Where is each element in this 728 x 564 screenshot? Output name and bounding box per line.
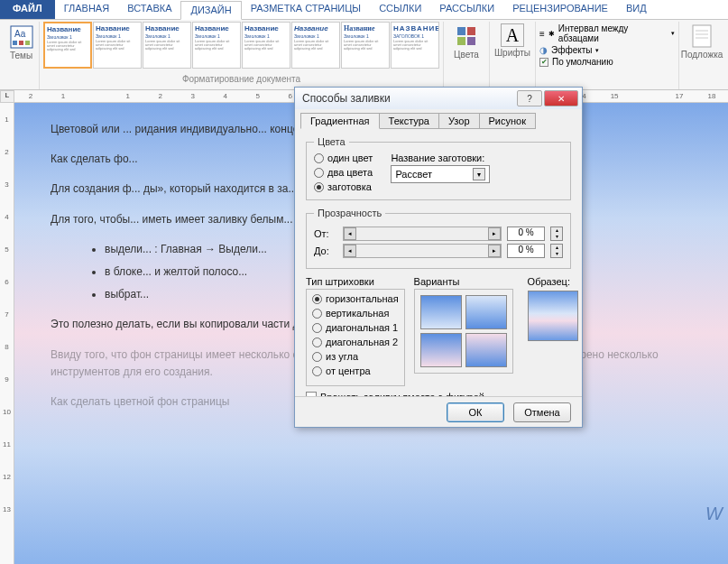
tab-insert[interactable]: ВСТАВКА	[118, 0, 180, 19]
radio-diagonal-2[interactable]: диагональная 2	[312, 337, 399, 347]
paragraph-spacing-button[interactable]: ≡✱Интервал между абзацами▾	[539, 23, 675, 43]
svg-rect-9	[693, 25, 711, 47]
style-thumb[interactable]: НАЗВАНИЕЗАГОЛОВОК 1Lorem ipsum dolor sit…	[391, 22, 439, 69]
style-thumb[interactable]: НазваниеЗаголовок 1Lorem ipsum dolor sit…	[192, 22, 241, 69]
style-thumb[interactable]: НазваниеЗаголовок 1Lorem ipsum dolor sit…	[341, 22, 390, 69]
document-styles-gallery[interactable]: НазваниеЗаголовок 1Lorem ipsum dolor sit…	[43, 22, 439, 72]
variants-legend: Варианты	[414, 276, 513, 287]
variant-3[interactable]	[420, 333, 462, 367]
fill-effects-dialog: Способы заливки ? ✕ Градиентная Текстура…	[294, 87, 583, 428]
tab-review[interactable]: РЕЦЕНЗИРОВАНИЕ	[503, 0, 617, 19]
tab-layout[interactable]: РАЗМЕТКА СТРАНИЦЫ	[242, 0, 370, 19]
tab-design[interactable]: ДИЗАЙН	[180, 1, 241, 20]
radio-horizontal[interactable]: горизонтальная	[312, 293, 399, 304]
style-thumb[interactable]: НазваниеЗаголовок 1Lorem ipsum dolor sit…	[242, 22, 290, 69]
tab-texture[interactable]: Текстура	[379, 113, 439, 129]
group-caption: Форматирование документа	[182, 74, 300, 84]
fonts-button[interactable]: А Шрифты	[493, 22, 531, 72]
svg-rect-5	[457, 27, 465, 35]
ruler-corner: L	[0, 90, 14, 103]
radio-one-color[interactable]: один цвет	[314, 153, 373, 163]
themes-icon: Aa	[9, 24, 34, 50]
watermark-letter: W	[705, 499, 723, 528]
to-value[interactable]: 0 %	[507, 244, 545, 258]
svg-text:Aa: Aa	[14, 29, 26, 39]
svg-rect-2	[13, 41, 17, 45]
variant-4[interactable]	[465, 333, 507, 367]
set-default-button[interactable]: ✔По умолчанию	[539, 57, 675, 67]
ribbon-tabs: ФАЙЛ ГЛАВНАЯ ВСТАВКА ДИЗАЙН РАЗМЕТКА СТР…	[0, 0, 728, 20]
to-label: До:	[314, 245, 337, 256]
tab-references[interactable]: ССЫЛКИ	[370, 0, 430, 19]
fonts-icon: А	[501, 23, 524, 47]
tab-gradient[interactable]: Градиентная	[300, 113, 380, 129]
radio-from-corner[interactable]: из угла	[312, 351, 399, 362]
colors-icon	[454, 23, 479, 49]
themes-label: Темы	[10, 51, 32, 60]
watermark-icon	[689, 23, 714, 49]
cancel-button[interactable]: Отмена	[513, 402, 571, 422]
svg-rect-6	[467, 27, 475, 35]
tab-file[interactable]: ФАЙЛ	[0, 0, 55, 19]
from-value[interactable]: 0 %	[507, 227, 545, 241]
variants-grid	[414, 289, 513, 374]
tab-mailings[interactable]: РАССЫЛКИ	[430, 0, 503, 19]
svg-rect-8	[467, 37, 475, 45]
colors-button[interactable]: Цвета	[447, 22, 485, 72]
tab-picture[interactable]: Рисунок	[479, 113, 537, 129]
shading-legend: Тип штриховки	[306, 276, 405, 287]
close-button[interactable]: ✕	[544, 90, 578, 106]
style-thumb[interactable]: НазваниеЗаголовок 1Lorem ipsum dolor sit…	[43, 22, 92, 69]
svg-rect-4	[25, 41, 30, 45]
radio-preset[interactable]: заготовка	[314, 181, 373, 192]
dialog-title: Способы заливки	[302, 92, 391, 105]
preset-select[interactable]: Рассвет ▾	[391, 165, 490, 183]
style-thumb[interactable]: НазваниеЗаголовок 1Lorem ipsum dolor sit…	[143, 22, 191, 69]
sample-preview	[528, 291, 578, 341]
tab-home[interactable]: ГЛАВНАЯ	[55, 0, 118, 19]
colors-group: Цвета один цвет два цвета заготовка Назв…	[306, 136, 571, 200]
effects-button[interactable]: ◑Эффекты▾	[539, 45, 675, 55]
check-icon: ✔	[539, 58, 548, 67]
dialog-titlebar[interactable]: Способы заливки ? ✕	[295, 88, 582, 109]
from-label: От:	[314, 228, 337, 239]
style-thumb[interactable]: НазваниеЗаголовок 1Lorem ipsum dolor sit…	[93, 22, 142, 69]
svg-rect-3	[19, 41, 23, 45]
variant-1[interactable]	[420, 295, 462, 329]
from-spinner[interactable]: ▴▾	[550, 227, 563, 241]
themes-button[interactable]: Aa Темы	[6, 22, 37, 72]
dialog-tabs: Градиентная Текстура Узор Рисунок	[295, 109, 582, 129]
para-spacing-icon: ≡	[539, 29, 545, 39]
chevron-down-icon: ▾	[473, 168, 485, 180]
preset-label: Название заготовки:	[391, 153, 490, 163]
style-thumb[interactable]: НазваниеЗаголовок 1Lorem ipsum dolor sit…	[291, 22, 340, 69]
transparency-group: Прозрачность От: ◂▸ 0 % ▴▾ До: ◂▸ 0 % ▴▾	[306, 208, 571, 269]
watermark-button[interactable]: Подложка	[683, 22, 721, 72]
tab-pattern[interactable]: Узор	[438, 113, 480, 129]
radio-two-colors[interactable]: два цвета	[314, 167, 373, 178]
radio-from-center[interactable]: от центра	[312, 365, 399, 376]
from-slider[interactable]: ◂▸	[343, 227, 502, 241]
radio-vertical[interactable]: вертикальная	[312, 308, 399, 319]
effects-icon: ◑	[539, 45, 548, 55]
vertical-ruler[interactable]: 12345678910111213	[0, 103, 14, 564]
help-button[interactable]: ?	[517, 90, 542, 106]
ok-button[interactable]: ОК	[447, 402, 504, 422]
svg-rect-7	[457, 37, 465, 45]
to-slider[interactable]: ◂▸	[343, 244, 502, 258]
to-spinner[interactable]: ▴▾	[550, 244, 563, 258]
ribbon: Aa Темы НазваниеЗаголовок 1Lorem ipsum d…	[0, 20, 728, 90]
sample-legend: Образец:	[528, 276, 578, 287]
radio-diagonal-1[interactable]: диагональная 1	[312, 322, 399, 333]
variant-2[interactable]	[465, 295, 507, 329]
tab-view[interactable]: ВИД	[617, 0, 656, 19]
